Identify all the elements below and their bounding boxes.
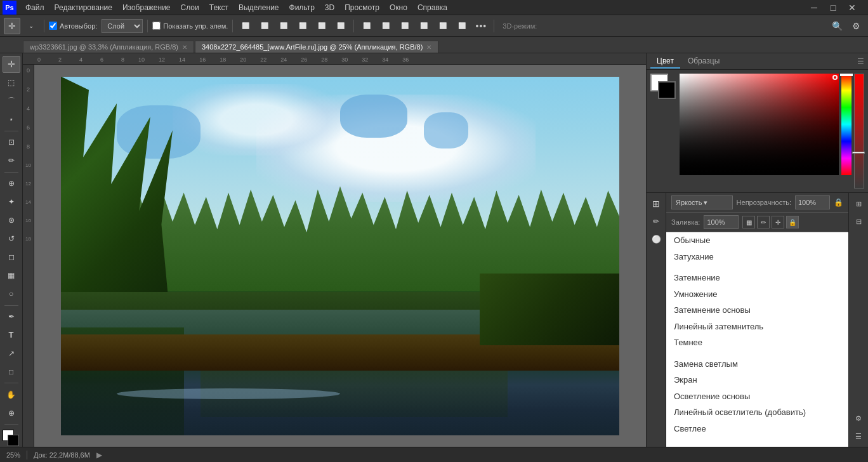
minimize-btn[interactable]: ─ xyxy=(806,0,822,16)
search-btn[interactable]: 🔍 xyxy=(829,18,845,34)
blend-lighten[interactable]: Замена светлым xyxy=(666,356,848,373)
menu-help[interactable]: Справка xyxy=(412,2,452,13)
marquee-tool[interactable]: ⬚ xyxy=(3,74,20,91)
align-bottom-btn[interactable]: ⬜ xyxy=(332,18,349,34)
blend-screen[interactable]: Экран xyxy=(666,372,848,388)
dodge-tool[interactable]: ○ xyxy=(3,286,20,303)
align-left-btn[interactable]: ⬜ xyxy=(237,18,254,34)
color-hue-bar[interactable] xyxy=(841,74,852,175)
more-btn[interactable]: ••• xyxy=(473,18,489,34)
eraser-tool[interactable]: ◻ xyxy=(3,249,20,266)
menu-edit[interactable]: Редактирование xyxy=(49,2,117,13)
panel-icon-1[interactable]: ⊞ xyxy=(648,195,664,212)
menu-text[interactable]: Текст xyxy=(204,2,233,13)
magic-wand-tool[interactable]: ⋆ xyxy=(3,111,20,128)
eyedropper-tool[interactable]: ✏ xyxy=(3,152,20,169)
dist-left-btn[interactable]: ⬜ xyxy=(358,18,375,34)
color-swatches-area xyxy=(650,74,676,188)
canvas-image xyxy=(61,77,619,435)
text-tool[interactable]: T xyxy=(3,326,20,343)
brush-tool[interactable]: ✦ xyxy=(3,194,20,211)
arrange-btn[interactable]: ⌄ xyxy=(23,18,39,34)
blend-normal[interactable]: Обычные xyxy=(666,232,848,249)
tab-1-close[interactable]: ✕ xyxy=(426,44,431,51)
panel-icon-r4[interactable]: ☰ xyxy=(850,428,867,444)
menu-view[interactable]: Просмотр xyxy=(339,2,385,13)
blend-color-burn[interactable]: Затемнение основы xyxy=(666,302,848,319)
history-brush-tool[interactable]: ↺ xyxy=(3,230,20,248)
align-top-btn[interactable]: ⬜ xyxy=(294,18,311,34)
menu-layers[interactable]: Слои xyxy=(176,2,204,13)
rectangle-tool[interactable]: □ xyxy=(3,363,20,380)
panel-icon-2[interactable]: ✏ xyxy=(648,213,664,230)
color-gradient-box[interactable] xyxy=(680,74,839,175)
sep2 xyxy=(147,20,148,32)
path-selection-tool[interactable]: ↗ xyxy=(3,345,20,362)
menubar: Ps Файл Редактирование Изображение Слои … xyxy=(0,0,868,15)
move-tool-btn[interactable]: ✛ xyxy=(4,18,20,34)
opacity-bar[interactable] xyxy=(854,74,864,188)
dist-top-btn[interactable]: ⬜ xyxy=(416,18,432,34)
dist-right-btn[interactable]: ⬜ xyxy=(397,18,413,34)
background-color[interactable] xyxy=(8,435,19,446)
lock-position-btn[interactable]: ✛ xyxy=(772,216,784,228)
panel-icon-3[interactable]: ⚪ xyxy=(648,231,664,248)
dist-vcenter-btn[interactable]: ⬜ xyxy=(435,18,451,34)
blend-lighter-color[interactable]: Светлее xyxy=(666,421,848,437)
blend-multiply[interactable]: Умножение xyxy=(666,286,848,303)
opacity-input[interactable]: 100% xyxy=(795,195,830,209)
lock-transparent-btn[interactable]: ▦ xyxy=(742,216,755,228)
menu-filter[interactable]: Фильтр xyxy=(284,2,320,13)
lasso-tool[interactable]: ⌒ xyxy=(3,93,20,110)
gradient-tool[interactable]: ▦ xyxy=(3,267,20,284)
canvas-viewport[interactable] xyxy=(34,65,646,447)
close-btn[interactable]: ✕ xyxy=(844,0,860,16)
blend-overlay[interactable]: Перекрытие xyxy=(666,442,848,447)
blend-color-dodge[interactable]: Осветление основы xyxy=(666,388,848,405)
menu-image[interactable]: Изображение xyxy=(117,2,176,13)
menu-3d[interactable]: 3D xyxy=(320,2,339,13)
status-arrow[interactable]: ▶ xyxy=(96,451,102,459)
healing-tool[interactable]: ⊕ xyxy=(3,175,20,192)
blend-dissolve[interactable]: Затухание xyxy=(666,249,848,265)
panel-icon-r1[interactable]: ⊞ xyxy=(850,195,867,212)
blend-darker-color[interactable]: Темнее xyxy=(666,334,848,351)
background-swatch[interactable] xyxy=(658,81,676,99)
align-right-btn[interactable]: ⬜ xyxy=(275,18,292,34)
color-tab[interactable]: Цвет xyxy=(650,55,680,69)
crop-tool[interactable]: ⊡ xyxy=(3,134,20,151)
pen-tool[interactable]: ✒ xyxy=(3,308,20,325)
clone-tool[interactable]: ⊛ xyxy=(3,212,20,229)
autoselect-checkbox[interactable] xyxy=(49,22,57,30)
tab-0-close[interactable]: ✕ xyxy=(182,44,187,51)
show-elements-checkbox[interactable] xyxy=(152,22,161,30)
panel-icon-r3[interactable]: ⚙ xyxy=(850,410,867,426)
workspace-btn[interactable]: ⚙ xyxy=(848,18,864,34)
panel-icon-r2[interactable]: ⊟ xyxy=(850,213,867,230)
restore-btn[interactable]: □ xyxy=(825,0,841,16)
menu-file[interactable]: Файл xyxy=(20,2,49,13)
samples-tab[interactable]: Образцы xyxy=(681,55,726,69)
blend-mode-dropdown[interactable]: Яркость ▾ xyxy=(671,195,733,209)
autoselect-select[interactable]: Слой Группа xyxy=(102,19,143,33)
hand-tool[interactable]: ✋ xyxy=(3,386,20,403)
lock-pixels-btn[interactable]: ✏ xyxy=(757,216,770,228)
panel-menu-btn[interactable]: ☰ xyxy=(857,57,864,66)
dist-bottom-btn[interactable]: ⬜ xyxy=(454,18,470,34)
align-center-btn[interactable]: ⬜ xyxy=(256,18,273,34)
panel-icons-left: ⊞ ✏ ⚪ xyxy=(647,193,666,447)
opacity-indicator xyxy=(852,152,865,154)
lock-all-btn[interactable]: 🔒 xyxy=(786,216,799,228)
menu-window[interactable]: Окно xyxy=(385,2,412,13)
blend-darken[interactable]: Затемнение xyxy=(666,270,848,286)
align-vcenter-btn[interactable]: ⬜ xyxy=(313,18,330,34)
move-tool[interactable]: ✛ xyxy=(3,56,20,73)
dist-center-btn[interactable]: ⬜ xyxy=(378,18,394,34)
blend-linear-burn[interactable]: Линейный затемнитель xyxy=(666,319,848,335)
tab-0[interactable]: wp3323661.jpg @ 33,3% (Аппликация, RGB/8… xyxy=(23,41,194,53)
menu-select[interactable]: Выделение xyxy=(233,2,284,13)
fill-input[interactable]: 100% xyxy=(704,215,739,229)
tab-1[interactable]: 3408x2272_664485_[www.ArtFile.ru].jpg @ … xyxy=(195,41,438,53)
blend-linear-dodge[interactable]: Линейный осветлитель (добавить) xyxy=(666,404,848,421)
zoom-tool[interactable]: ⊕ xyxy=(3,404,20,421)
